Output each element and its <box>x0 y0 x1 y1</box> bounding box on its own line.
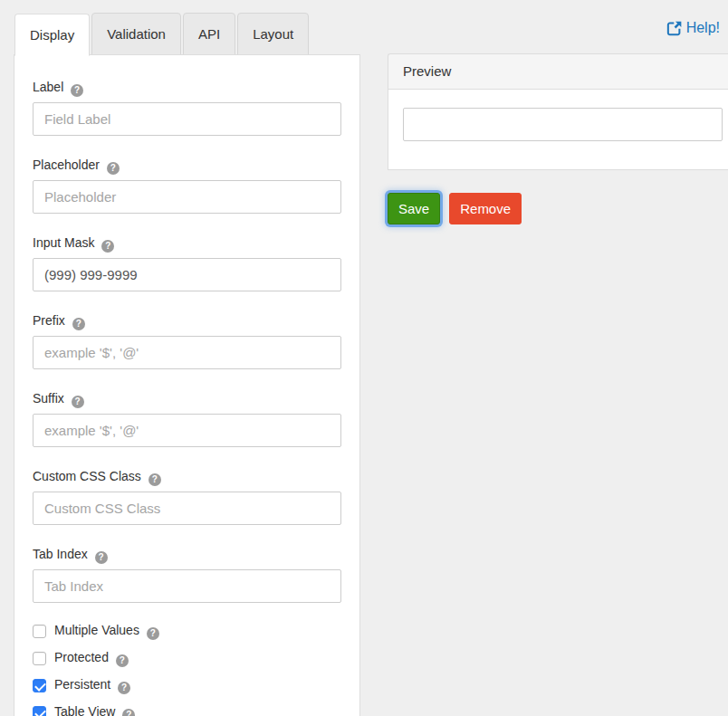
checkbox-label: Protected ? <box>54 650 129 667</box>
external-link-icon <box>666 21 682 36</box>
text-input[interactable] <box>33 492 341 525</box>
preview-panel-header: Preview <box>388 53 728 90</box>
form-group: Placeholder ? <box>33 156 341 214</box>
checkbox[interactable] <box>33 625 46 638</box>
text-input[interactable] <box>33 569 341 603</box>
question-icon[interactable]: ? <box>107 162 120 175</box>
text-input[interactable] <box>33 414 341 447</box>
text-input[interactable] <box>33 258 341 291</box>
checkbox[interactable] <box>33 706 46 716</box>
form-group: Label ? <box>33 78 341 136</box>
field-label: Custom CSS Class ? <box>33 467 341 486</box>
checkbox[interactable] <box>33 652 46 665</box>
remove-button[interactable]: Remove <box>449 193 522 224</box>
form-group: Tab Index ? <box>33 545 341 603</box>
question-icon[interactable]: ? <box>116 654 129 667</box>
checkboxes-list: Multiple Values ? Protected ? Persistent… <box>33 623 341 716</box>
checkbox-label: Table View ? <box>54 704 135 716</box>
field-label: Suffix ? <box>33 389 341 408</box>
question-icon[interactable]: ? <box>72 318 85 330</box>
checkbox-row: Persistent ? <box>33 677 341 694</box>
field-label: Input Mask ? <box>33 234 341 253</box>
question-icon[interactable]: ? <box>71 84 83 97</box>
field-settings-dialog: Display Validation API Layout Help! Labe… <box>0 0 728 716</box>
tab-display[interactable]: Display <box>14 14 90 56</box>
help-link[interactable]: Help! <box>666 20 720 36</box>
checkbox-row: Multiple Values ? <box>33 623 341 640</box>
tab-validation[interactable]: Validation <box>91 13 181 55</box>
checkbox-row: Protected ? <box>33 650 341 667</box>
question-icon[interactable]: ? <box>72 396 84 408</box>
settings-tabs: Display Validation API Layout <box>14 13 311 55</box>
text-input[interactable] <box>33 336 341 369</box>
checkbox-label: Persistent ? <box>54 677 130 694</box>
question-icon[interactable]: ? <box>147 627 159 640</box>
form-group: Suffix ? <box>33 389 341 447</box>
help-link-label: Help! <box>686 20 720 36</box>
preview-input[interactable] <box>403 108 723 141</box>
question-icon[interactable]: ? <box>122 709 135 716</box>
tab-layout[interactable]: Layout <box>237 13 309 55</box>
form-group: Input Mask ? <box>33 234 341 291</box>
save-button[interactable]: Save <box>388 193 440 224</box>
text-input[interactable] <box>33 102 341 136</box>
preview-panel: Preview <box>388 53 728 170</box>
field-label: Prefix ? <box>33 311 341 330</box>
checkbox-label: Multiple Values ? <box>54 623 159 640</box>
field-label: Tab Index ? <box>33 545 341 564</box>
tab-api[interactable]: API <box>183 13 235 55</box>
question-icon[interactable]: ? <box>95 551 108 564</box>
question-icon[interactable]: ? <box>101 240 114 253</box>
checkbox-row: Table View ? <box>33 704 341 716</box>
checkbox[interactable] <box>33 679 46 692</box>
text-input[interactable] <box>33 180 341 214</box>
field-label: Label ? <box>33 78 341 97</box>
question-icon[interactable]: ? <box>118 682 130 694</box>
dialog-actions: Save Remove <box>388 193 522 224</box>
question-icon[interactable]: ? <box>148 473 161 486</box>
display-tab-content: Label ? Placeholder ? Input Mask ? Prefi… <box>14 54 360 716</box>
field-label: Placeholder ? <box>33 156 341 175</box>
form-group: Prefix ? <box>33 311 341 369</box>
fields-list: Label ? Placeholder ? Input Mask ? Prefi… <box>33 78 341 603</box>
preview-panel-body <box>388 90 728 170</box>
form-group: Custom CSS Class ? <box>33 467 341 525</box>
